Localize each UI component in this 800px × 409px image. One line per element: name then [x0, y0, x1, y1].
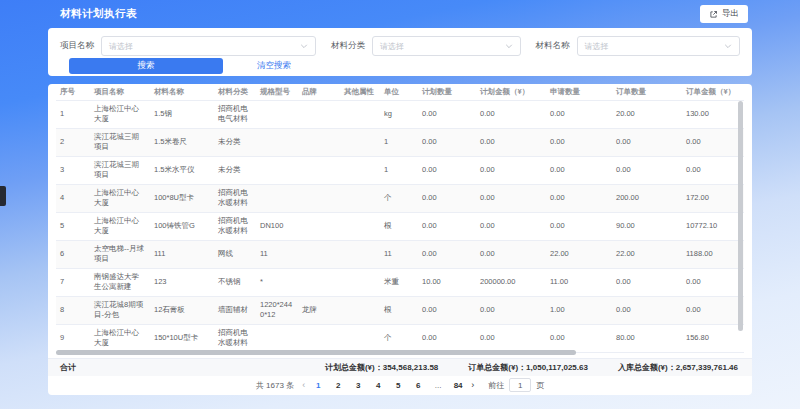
table-row: 4上海松江中心大厦100*8U型卡招商机电水暖材料个0.000.000.0020… [56, 184, 744, 212]
page-title: 材料计划执行表 [60, 7, 137, 21]
table-cell: 龙牌 [298, 296, 340, 324]
table-cell [256, 156, 298, 184]
summary-row: 合计 计划总金额(¥)：354,568,213.58订单总金额(¥)：1,050… [48, 358, 752, 376]
next-page-button[interactable]: › [471, 380, 474, 390]
page-button[interactable]: 4 [373, 381, 383, 390]
table-cell: 0.00 [612, 268, 682, 296]
table-cell [340, 212, 380, 240]
table-cell: kg [380, 100, 418, 128]
table-cell: 0.00 [546, 212, 612, 240]
column-header: 品牌 [298, 84, 340, 100]
results-table-panel: 序号项目名称材料名称材料分类规格型号品牌其他属性单位计划数量计划金额（¥）申请数… [48, 84, 752, 395]
table-cell: 1 [380, 156, 418, 184]
table-row: 5上海松江中心大厦100铸铁管G招商机电水暖材料DN100根0.000.000.… [56, 212, 744, 240]
table-cell: 上海松江中心大厦 [90, 324, 150, 352]
table-cell: 未分类 [214, 128, 256, 156]
table-cell [340, 128, 380, 156]
table-cell [340, 100, 380, 128]
goto-label: 前往 [488, 380, 504, 391]
table-cell: 1.5米卷尺 [150, 128, 214, 156]
project-name-placeholder: 请选择 [109, 41, 133, 52]
page-button[interactable]: 1 [313, 381, 323, 390]
table-cell: 个 [380, 184, 418, 212]
page-button[interactable]: 2 [333, 381, 343, 390]
table-cell: 0.00 [682, 296, 744, 324]
table-cell: 0.00 [418, 296, 476, 324]
column-header: 其他属性 [340, 84, 380, 100]
table-cell [256, 184, 298, 212]
export-button[interactable]: 导出 [700, 5, 748, 23]
material-category-placeholder: 请选择 [380, 41, 404, 52]
table-cell: 3 [56, 156, 90, 184]
table-cell: 网线 [214, 240, 256, 268]
column-header: 序号 [56, 84, 90, 100]
table-cell: 上海松江中心大厦 [90, 212, 150, 240]
table-cell: 0.00 [476, 100, 546, 128]
table-row: 6太空电梯--月球项目111网线11110.000.0022.0022.0011… [56, 240, 744, 268]
table-cell: 100*8U型卡 [150, 184, 214, 212]
chevron-down-icon [505, 42, 513, 50]
clear-search-link[interactable]: 清空搜索 [257, 60, 291, 72]
table-cell: 根 [380, 212, 418, 240]
page-button[interactable]: 5 [393, 381, 403, 390]
table-cell [340, 268, 380, 296]
column-header: 计划数量 [418, 84, 476, 100]
table-cell [298, 156, 340, 184]
table-cell: 0.00 [476, 156, 546, 184]
table-cell [298, 240, 340, 268]
material-category-select[interactable]: 请选择 [372, 36, 521, 56]
table-cell: 10.00 [418, 268, 476, 296]
page-button[interactable]: 3 [353, 381, 363, 390]
page-button[interactable]: 6 [413, 381, 423, 390]
table-cell [256, 100, 298, 128]
prev-page-button[interactable]: ‹ [302, 380, 305, 390]
project-name-select[interactable]: 请选择 [101, 36, 316, 56]
table-cell: 11 [256, 240, 298, 268]
table-cell: 22.00 [612, 240, 682, 268]
table-cell: 招商机电水暖材料 [214, 212, 256, 240]
table-cell: 招商机电水暖材料 [214, 324, 256, 352]
table-cell: 招商机电水暖材料 [214, 184, 256, 212]
table-cell [256, 128, 298, 156]
table-cell [298, 128, 340, 156]
material-name-select[interactable]: 请选择 [577, 36, 740, 56]
table-cell: DN100 [256, 212, 298, 240]
table-row: 8滨江花城8期项目-分包12石膏板墙面辅材1220*2440*12龙牌根0.00… [56, 296, 744, 324]
table-cell: 不锈钢 [214, 268, 256, 296]
goto-page-group: 前往 页 [488, 378, 544, 392]
goto-suffix: 页 [536, 380, 544, 391]
column-header: 规格型号 [256, 84, 298, 100]
table-cell: 上海松江中心大厦 [90, 100, 150, 128]
table-row: 9上海松江中心大厦150*10U型卡招商机电水暖材料个0.000.000.008… [56, 324, 744, 352]
table-cell: 米重 [380, 268, 418, 296]
table-cell: 7 [56, 268, 90, 296]
table-cell: 0.00 [418, 240, 476, 268]
table-cell: 0.00 [476, 296, 546, 324]
table-cell: 0.00 [476, 324, 546, 352]
table-cell [298, 268, 340, 296]
table-cell: 111 [150, 240, 214, 268]
horizontal-scrollbar[interactable] [56, 350, 576, 355]
table-cell [340, 324, 380, 352]
table-cell: 太空电梯--月球项目 [90, 240, 150, 268]
goto-page-input[interactable] [509, 378, 531, 392]
vertical-scrollbar[interactable] [738, 101, 743, 331]
table-cell: 0.00 [418, 212, 476, 240]
table-cell: 根 [380, 296, 418, 324]
table-cell: 个 [380, 324, 418, 352]
table-cell [340, 184, 380, 212]
summary-label: 合计 [60, 362, 76, 373]
material-category-label: 材料分类 [331, 40, 365, 52]
table-cell: 未分类 [214, 156, 256, 184]
table-cell: 90.00 [612, 212, 682, 240]
pagination-ellipsis: ... [433, 381, 443, 390]
column-header: 计划金额（¥） [476, 84, 546, 100]
table-cell: 0.00 [546, 184, 612, 212]
page-button[interactable]: 84 [453, 381, 463, 390]
column-header: 材料分类 [214, 84, 256, 100]
search-button[interactable]: 搜索 [69, 58, 223, 74]
sidebar-expand-handle[interactable] [0, 186, 6, 206]
summary-total: 入库总金额(¥)：2,657,339,761.46 [618, 362, 738, 373]
table-cell [298, 100, 340, 128]
table-cell: 20.00 [612, 100, 682, 128]
